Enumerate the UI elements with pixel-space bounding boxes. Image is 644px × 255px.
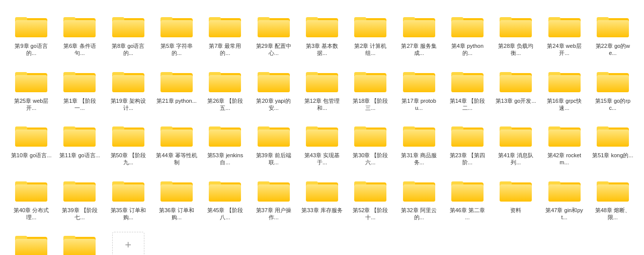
svg-rect-139: [403, 130, 435, 147]
folder-icon: [500, 13, 532, 39]
folder-icon: [403, 177, 435, 204]
folder-item[interactable]: 第23章 【第四阶...: [445, 119, 490, 169]
folder-label: 第8章 go语言的...: [108, 42, 149, 57]
folder-label: 第44章 幂等性机制: [156, 152, 197, 166]
folder-item[interactable]: 第8章 go语言的...: [106, 10, 151, 60]
folder-icon: [597, 13, 629, 39]
folder-label: 第27章 服务集成...: [398, 42, 440, 57]
folder-label: 第15章 go的rpc...: [592, 97, 633, 112]
folder-item[interactable]: 第5章 字符串的...: [154, 10, 199, 60]
folder-icon: [112, 122, 144, 149]
folder-label: 第39章 前后端联...: [253, 152, 294, 166]
folder-item[interactable]: 第6章 条件语句...: [57, 10, 102, 60]
folder-label: 第19章 架构设计...: [108, 97, 149, 112]
svg-rect-119: [160, 130, 193, 147]
folder-label: 第7章 最常用的...: [204, 42, 246, 57]
folder-label: 第53章 jenkins自...: [204, 152, 246, 166]
folder-icon: [451, 68, 484, 94]
upload-icon: +: [112, 232, 144, 255]
folder-item[interactable]: 第28章 负载均衡...: [493, 10, 538, 60]
folder-item[interactable]: 第15章 go的rpc...: [590, 65, 635, 115]
folder-item[interactable]: 资料: [493, 174, 538, 224]
folder-icon: [160, 122, 193, 149]
folder-item[interactable]: 第32章 阿里云的...: [396, 174, 442, 224]
folder-icon: [112, 13, 144, 39]
folder-label: 第6章 条件语句...: [59, 42, 100, 57]
folder-item[interactable]: 第34章 分布式秒...: [9, 229, 54, 255]
folder-item[interactable]: 第20章 yapi的安...: [251, 65, 296, 115]
folder-label: 第41章 消息队列...: [495, 152, 536, 166]
folder-label: 第50章 【阶段九...: [108, 152, 149, 166]
folder-label: 第39章 【阶段七...: [59, 207, 100, 221]
folder-item[interactable]: 第51章 kong的...: [590, 119, 635, 169]
folder-item[interactable]: 第44章 幂等性机制: [154, 119, 199, 169]
svg-rect-19: [209, 20, 241, 37]
folder-item[interactable]: 第21章 python...: [154, 65, 199, 115]
svg-rect-191: [403, 184, 435, 202]
folder-item[interactable]: 第22章 go的we...: [590, 10, 635, 60]
folder-item[interactable]: 第19章 架构设计...: [106, 65, 151, 115]
folder-item[interactable]: 第53章 jenkins自...: [202, 119, 248, 169]
svg-rect-151: [548, 130, 581, 147]
folder-label: 第33章 库存服务: [301, 207, 342, 214]
folder-item[interactable]: 第45章 【阶段八...: [202, 174, 248, 224]
folder-item[interactable]: 第35章 订单和购...: [106, 174, 151, 224]
folder-item[interactable]: 第12章 包管理和...: [299, 65, 345, 115]
folder-item[interactable]: 第9章 go语言的...: [9, 10, 54, 60]
folder-icon: [306, 68, 338, 94]
folder-icon: [354, 68, 386, 94]
folder-label: 第37章 用户操作...: [253, 207, 294, 221]
folder-label: 第18章 【阶段三...: [350, 97, 391, 112]
folder-icon: [354, 13, 386, 39]
folder-item[interactable]: 第40章 分布式理...: [9, 174, 54, 224]
folder-item[interactable]: 第47章 gin和pyt...: [542, 174, 587, 224]
folder-item[interactable]: 第25章 web层开...: [9, 65, 54, 115]
folder-item[interactable]: 第14章 【阶段二...: [445, 65, 490, 115]
folder-item[interactable]: 第7章 最常用的...: [202, 10, 248, 60]
folder-item[interactable]: 第26章 【阶段五...: [202, 65, 248, 115]
folder-item[interactable]: 第1章 【阶段一...: [57, 65, 102, 115]
folder-item[interactable]: 第16章 grpc快速...: [542, 65, 587, 115]
svg-rect-95: [500, 75, 532, 92]
folder-item[interactable]: 第36章 订单和购...: [154, 174, 199, 224]
svg-rect-163: [63, 184, 96, 202]
svg-rect-147: [500, 130, 532, 147]
folder-item[interactable]: 第50章 【阶段九...: [106, 119, 151, 169]
folder-item[interactable]: 第13章 go开发...: [493, 65, 538, 115]
folder-item[interactable]: 第48章 熔断、限...: [590, 174, 635, 224]
folder-item[interactable]: 第24章 web层开...: [542, 10, 587, 60]
folder-item[interactable]: 第42章 rocketm...: [542, 119, 587, 169]
folder-item[interactable]: 第46章 第二章 ...: [445, 174, 490, 224]
folder-label: 第12章 包管理和...: [301, 97, 343, 112]
folder-item[interactable]: 第18章 【阶段三...: [348, 65, 393, 115]
folder-item[interactable]: 第39章 【阶段七...: [57, 174, 102, 224]
folder-item[interactable]: 第41章 消息队列...: [493, 119, 538, 169]
folder-label: 第11章 go语言...: [59, 152, 100, 159]
svg-rect-123: [209, 130, 241, 147]
folder-item[interactable]: 第43章 实现基于...: [299, 119, 345, 169]
folder-icon: [403, 68, 435, 94]
folder-label: 第35章 订单和购...: [108, 207, 149, 221]
folder-item[interactable]: 第39章 前后端联...: [251, 119, 296, 169]
folder-item[interactable]: 第31章 商品服务...: [396, 119, 442, 169]
folder-icon: [209, 68, 241, 94]
folder-icon: [500, 68, 532, 94]
svg-rect-115: [112, 130, 144, 147]
folder-item[interactable]: 第38章 用户操作...: [57, 229, 102, 255]
folder-item[interactable]: 第2章 计算机组...: [348, 10, 393, 60]
folder-item[interactable]: 第10章 go语言...: [9, 119, 54, 169]
folder-item[interactable]: 第27章 服务集成...: [396, 10, 442, 60]
folder-item[interactable]: 第52章 【阶段十...: [348, 174, 393, 224]
svg-rect-143: [451, 130, 484, 147]
folder-item[interactable]: 第11章 go语言...: [57, 119, 102, 169]
folder-item[interactable]: 第3章 基本数据...: [299, 10, 345, 60]
svg-rect-111: [63, 130, 96, 147]
folder-item[interactable]: 第30章 【阶段六...: [348, 119, 393, 169]
upload-item[interactable]: +上传文件: [106, 229, 151, 255]
folder-item[interactable]: 第17章 protobu...: [396, 65, 442, 115]
folder-item[interactable]: 第4章 python的...: [445, 10, 490, 60]
folder-item[interactable]: 第37章 用户操作...: [251, 174, 296, 224]
folder-icon: [548, 68, 581, 94]
folder-item[interactable]: 第29章 配置中心...: [251, 10, 296, 60]
folder-item[interactable]: 第33章 库存服务: [299, 174, 345, 224]
